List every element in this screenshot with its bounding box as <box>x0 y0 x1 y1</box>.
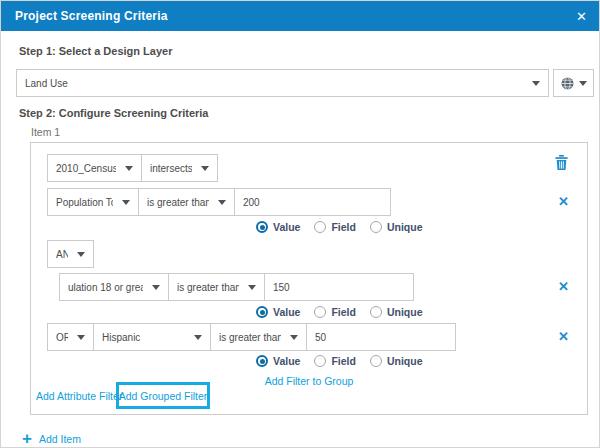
filter1-field-select[interactable]: Population Total <box>47 188 139 216</box>
group-filter1-field-value: ulation 18 or greater <box>68 282 143 293</box>
filter1-mode-radios: Value Field Unique <box>256 220 423 234</box>
join-operator-row: AND <box>47 240 94 268</box>
radio-circle-icon <box>370 355 382 367</box>
radio-unique[interactable]: Unique <box>370 221 423 233</box>
group-filter1-value-input[interactable] <box>264 273 414 301</box>
radio-value[interactable]: Value <box>256 355 300 367</box>
radio-field[interactable]: Field <box>314 306 356 318</box>
group-filter2-field-value: Hispanic <box>102 332 140 343</box>
project-screening-criteria-dialog: Project Screening Criteria ✕ Step 1: Sel… <box>0 0 600 448</box>
radio-circle-icon <box>370 306 382 318</box>
item1-label: Item 1 <box>31 126 60 138</box>
radio-circle-icon <box>370 221 382 233</box>
plus-icon: + <box>22 432 32 446</box>
radio-circle-icon <box>314 221 326 233</box>
source-layer-value: 2010_Census_Blocks <box>56 163 116 174</box>
chevron-down-icon <box>125 166 133 171</box>
add-filter-to-group-link[interactable]: Add Filter to Group <box>265 375 354 387</box>
radio-circle-icon <box>256 355 268 367</box>
group-filter1-row: ulation 18 or greater is greater than <box>59 273 414 301</box>
group-filter2-field-select[interactable]: Hispanic <box>93 323 211 351</box>
add-filter-to-group-wrap: Add Filter to Group <box>31 371 587 389</box>
close-icon[interactable]: ✕ <box>576 10 587 23</box>
remove-group-filter2-icon[interactable]: ✕ <box>558 330 569 343</box>
step2-label: Step 2: Configure Screening Criteria <box>19 107 208 119</box>
chevron-down-icon <box>290 335 298 340</box>
item1-panel: 2010_Census_Blocks intersects Population… <box>30 142 588 415</box>
group-filter2-mode-radios: Value Field Unique <box>256 354 423 368</box>
globe-icon <box>561 77 574 90</box>
chevron-down-icon <box>248 285 256 290</box>
group-filter1-field-select[interactable]: ulation 18 or greater <box>59 273 169 301</box>
dialog-title: Project Screening Criteria <box>15 9 168 23</box>
radio-circle-icon <box>256 221 268 233</box>
spatial-operator-select[interactable]: intersects <box>141 154 218 182</box>
chevron-down-icon <box>532 81 540 86</box>
join-operator-select[interactable]: AND <box>47 240 94 268</box>
add-item-link[interactable]: + Add Item <box>22 432 81 446</box>
radio-circle-icon <box>314 355 326 367</box>
filter1-row: Population Total is greater than <box>47 188 391 216</box>
radio-circle-icon <box>256 306 268 318</box>
layer-options-button[interactable] <box>553 69 594 97</box>
remove-filter1-icon[interactable]: ✕ <box>558 195 569 208</box>
filter1-field-value: Population Total <box>56 197 113 208</box>
add-grouped-filter-link[interactable]: Add Grouped Filter <box>119 390 208 402</box>
group-filter2-operator-select[interactable]: is greater than <box>210 323 307 351</box>
group-filter2-value-input[interactable] <box>306 323 456 351</box>
filter1-value-input[interactable] <box>234 188 391 216</box>
group-filter2-operator-value: is greater than <box>219 332 281 343</box>
radio-field[interactable]: Field <box>314 221 356 233</box>
chevron-down-icon <box>194 335 202 340</box>
add-attribute-filter-link[interactable]: Add Attribute Filter <box>36 390 122 402</box>
group-filter2-join-value: OR <box>56 332 68 343</box>
radio-field[interactable]: Field <box>314 355 356 367</box>
design-layer-value: Land Use <box>25 78 68 89</box>
radio-circle-icon <box>314 306 326 318</box>
chevron-down-icon <box>218 200 226 205</box>
delete-item-icon[interactable] <box>555 155 568 170</box>
group-filter1-operator-value: is greater than <box>177 282 239 293</box>
radio-unique[interactable]: Unique <box>370 355 423 367</box>
source-layer-row: 2010_Census_Blocks intersects <box>47 154 218 182</box>
remove-group-filter1-icon[interactable]: ✕ <box>558 280 569 293</box>
design-layer-select[interactable]: Land Use <box>16 69 549 97</box>
chevron-down-icon <box>122 200 130 205</box>
add-item-label: Add Item <box>39 433 81 445</box>
radio-value[interactable]: Value <box>256 221 300 233</box>
radio-value[interactable]: Value <box>256 306 300 318</box>
group-filter2-row: OR Hispanic is greater than <box>47 323 456 351</box>
spatial-operator-value: intersects <box>150 163 192 174</box>
chevron-down-icon <box>579 81 587 86</box>
source-layer-select[interactable]: 2010_Census_Blocks <box>47 154 142 182</box>
dialog-header: Project Screening Criteria ✕ <box>1 1 600 31</box>
add-grouped-filter-highlight: Add Grouped Filter <box>116 382 210 409</box>
radio-unique[interactable]: Unique <box>370 306 423 318</box>
group-filter2-join-select[interactable]: OR <box>47 323 94 351</box>
filter1-operator-value: is greater than <box>147 197 209 208</box>
chevron-down-icon <box>201 166 209 171</box>
group-filter1-mode-radios: Value Field Unique <box>256 305 423 319</box>
chevron-down-icon <box>77 252 85 257</box>
chevron-down-icon <box>152 285 160 290</box>
filter1-operator-select[interactable]: is greater than <box>138 188 235 216</box>
step1-label: Step 1: Select a Design Layer <box>19 45 172 57</box>
group-filter1-operator-select[interactable]: is greater than <box>168 273 265 301</box>
join-operator-value: AND <box>56 249 68 260</box>
chevron-down-icon <box>77 335 85 340</box>
